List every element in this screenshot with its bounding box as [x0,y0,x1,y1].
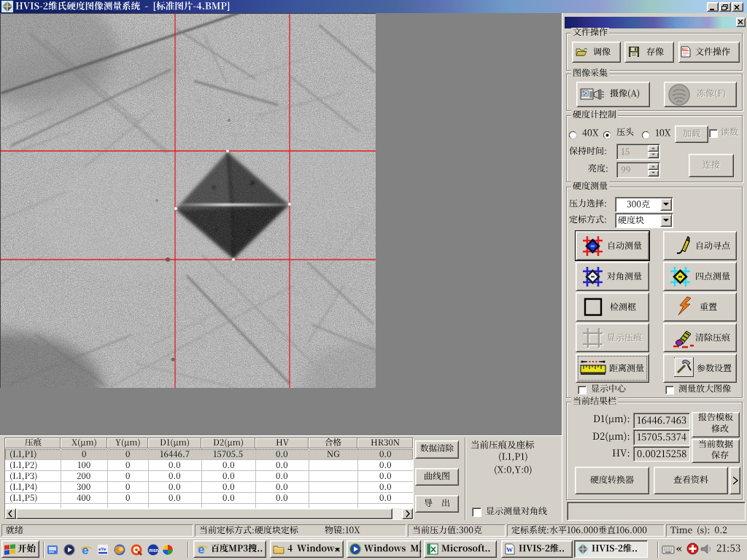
svg-text:W: W [506,546,513,553]
svg-text:DOC: DOC [682,48,688,51]
svg-text:e: e [198,543,204,556]
svg-text:e: e [82,544,88,556]
svg-text:eYe: eYe [98,547,107,551]
svg-text:msn: msn [149,548,158,553]
